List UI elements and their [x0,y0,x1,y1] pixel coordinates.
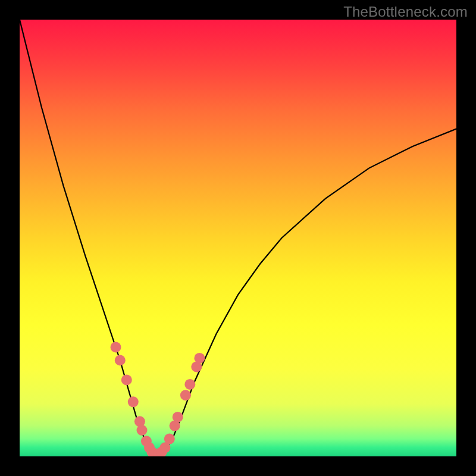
plot-area [20,20,456,456]
chart-svg [20,20,456,456]
marker-dot [194,353,205,364]
marker-dot [115,355,126,366]
marker-dot [173,412,183,422]
marker-dot [137,425,148,436]
marker-dot [164,434,175,444]
marker-group [111,342,205,457]
marker-dot [111,342,121,353]
marker-dot [121,375,132,386]
marker-dot [184,379,195,390]
watermark-text: TheBottleneck.com [343,4,468,20]
marker-dot [128,396,139,407]
marker-dot [180,390,191,400]
bottleneck-curve [20,20,456,456]
